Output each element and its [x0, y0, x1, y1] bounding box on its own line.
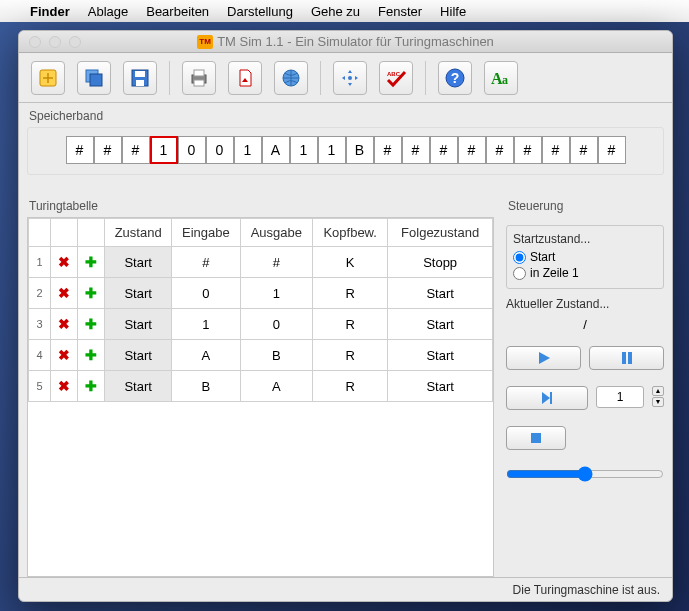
move-button[interactable]: [333, 61, 367, 95]
tape-cell[interactable]: 1: [150, 136, 178, 164]
cell-output[interactable]: 0: [240, 309, 313, 340]
cell-output[interactable]: 1: [240, 278, 313, 309]
svg-rect-17: [628, 352, 632, 364]
step-down-button[interactable]: ▼: [652, 397, 664, 407]
tape-cell[interactable]: #: [542, 136, 570, 164]
menu-bearbeiten[interactable]: Bearbeiten: [146, 4, 209, 19]
toolbar: ABC ? Aa: [19, 53, 672, 103]
tape-cell[interactable]: #: [122, 136, 150, 164]
cell-nextstate[interactable]: Start: [388, 371, 493, 402]
menu-ablage[interactable]: Ablage: [88, 4, 128, 19]
web-button[interactable]: [274, 61, 308, 95]
cell-output[interactable]: #: [240, 247, 313, 278]
status-text: Die Turingmaschine ist aus.: [513, 583, 660, 597]
menu-darstellung[interactable]: Darstellung: [227, 4, 293, 19]
add-row-button[interactable]: ✚: [82, 315, 100, 333]
tape-cell[interactable]: 1: [234, 136, 262, 164]
tape-cell[interactable]: #: [514, 136, 542, 164]
cell-nextstate[interactable]: Start: [388, 278, 493, 309]
tape-cell[interactable]: #: [598, 136, 626, 164]
delete-row-button[interactable]: ✖: [55, 315, 73, 333]
cell-output[interactable]: B: [240, 340, 313, 371]
check-button[interactable]: ABC: [379, 61, 413, 95]
add-row-button[interactable]: ✚: [82, 284, 100, 302]
cell-state[interactable]: Start: [105, 309, 172, 340]
save-button[interactable]: [123, 61, 157, 95]
step-count-input[interactable]: [596, 386, 644, 408]
startstate-radio-line1-label: in Zeile 1: [530, 266, 579, 280]
cell-state[interactable]: Start: [105, 371, 172, 402]
add-row-button[interactable]: ✚: [82, 377, 100, 395]
tape-cell[interactable]: #: [430, 136, 458, 164]
cell-state[interactable]: Start: [105, 247, 172, 278]
play-button[interactable]: [506, 346, 581, 370]
cell-state[interactable]: Start: [105, 340, 172, 371]
tape-cell[interactable]: #: [94, 136, 122, 164]
new-button[interactable]: [31, 61, 65, 95]
table-section-label: Turingtabelle: [27, 193, 494, 217]
speed-slider[interactable]: [506, 466, 664, 482]
menubar-app[interactable]: Finder: [30, 4, 70, 19]
cell-nextstate[interactable]: Stopp: [388, 247, 493, 278]
svg-point-10: [348, 76, 352, 80]
svg-text:a: a: [502, 73, 508, 87]
cell-input[interactable]: 1: [172, 309, 240, 340]
tape-cell[interactable]: #: [570, 136, 598, 164]
add-row-button[interactable]: ✚: [82, 346, 100, 364]
tape-cell[interactable]: 1: [290, 136, 318, 164]
menu-fenster[interactable]: Fenster: [378, 4, 422, 19]
open-button[interactable]: [77, 61, 111, 95]
step-button[interactable]: [506, 386, 588, 410]
pause-button[interactable]: [589, 346, 664, 370]
cell-move[interactable]: K: [313, 247, 388, 278]
cell-input[interactable]: #: [172, 247, 240, 278]
delete-row-button[interactable]: ✖: [55, 284, 73, 302]
control-section-label: Steuerung: [506, 193, 664, 217]
cell-input[interactable]: A: [172, 340, 240, 371]
startstate-radio-start[interactable]: [513, 251, 526, 264]
table-header: [51, 219, 78, 247]
cell-move[interactable]: R: [313, 371, 388, 402]
table-row: 5✖✚StartBARStart: [29, 371, 493, 402]
cell-nextstate[interactable]: Start: [388, 309, 493, 340]
cell-output[interactable]: A: [240, 371, 313, 402]
tape-cell[interactable]: #: [402, 136, 430, 164]
delete-row-button[interactable]: ✖: [55, 377, 73, 395]
svg-rect-5: [136, 80, 144, 86]
menu-hilfe[interactable]: Hilfe: [440, 4, 466, 19]
table-header: Kopfbew.: [313, 219, 388, 247]
tape-cell[interactable]: #: [486, 136, 514, 164]
tape-cell[interactable]: #: [66, 136, 94, 164]
cell-input[interactable]: B: [172, 371, 240, 402]
status-bar: Die Turingmaschine ist aus.: [19, 577, 672, 601]
step-up-button[interactable]: ▲: [652, 386, 664, 396]
svg-rect-7: [194, 70, 204, 76]
svg-rect-19: [531, 433, 541, 443]
cell-input[interactable]: 0: [172, 278, 240, 309]
print-button[interactable]: [182, 61, 216, 95]
delete-row-button[interactable]: ✖: [55, 346, 73, 364]
pdf-export-button[interactable]: [228, 61, 262, 95]
startstate-radio-line1[interactable]: [513, 267, 526, 280]
titlebar: TM TM Sim 1.1 - Ein Simulator für Turing…: [19, 31, 672, 53]
cell-nextstate[interactable]: Start: [388, 340, 493, 371]
tape-cell[interactable]: #: [458, 136, 486, 164]
cell-move[interactable]: R: [313, 309, 388, 340]
tape-cell[interactable]: 0: [206, 136, 234, 164]
tape-cell[interactable]: #: [374, 136, 402, 164]
tape-cell[interactable]: 0: [178, 136, 206, 164]
cell-move[interactable]: R: [313, 278, 388, 309]
help-button[interactable]: ?: [438, 61, 472, 95]
window-title: TM Sim 1.1 - Ein Simulator für Turingmas…: [217, 34, 494, 49]
font-button[interactable]: Aa: [484, 61, 518, 95]
tape-cell[interactable]: B: [346, 136, 374, 164]
tape-cell[interactable]: 1: [318, 136, 346, 164]
startstate-radio-start-label: Start: [530, 250, 555, 264]
add-row-button[interactable]: ✚: [82, 253, 100, 271]
delete-row-button[interactable]: ✖: [55, 253, 73, 271]
stop-button[interactable]: [506, 426, 566, 450]
cell-state[interactable]: Start: [105, 278, 172, 309]
cell-move[interactable]: R: [313, 340, 388, 371]
menu-gehe-zu[interactable]: Gehe zu: [311, 4, 360, 19]
tape-cell[interactable]: A: [262, 136, 290, 164]
